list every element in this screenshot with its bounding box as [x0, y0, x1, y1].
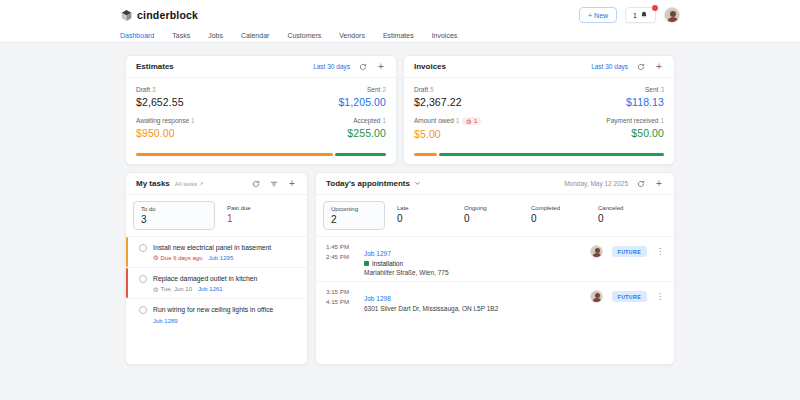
appointment-times: 1:45 PM 2:45 PM [326, 242, 356, 261]
tag-color-square [364, 261, 369, 266]
task-row[interactable]: Install new electrical panel in basement… [126, 236, 307, 267]
task-row[interactable]: Replace damaged outlet in kitchen Tue, J… [126, 267, 307, 298]
nav-item-vendors[interactable]: Vendors [339, 30, 365, 41]
brand-name: cinderblock [137, 9, 198, 21]
dashboard-screen: cinderblock + New 1 Dashboard Tasks J [0, 0, 800, 400]
main-nav: Dashboard Tasks Jobs Calendar Customers … [0, 30, 800, 43]
invoices-card: Invoices Last 30 days + Draft5 $2,367.22… [403, 55, 675, 165]
appointments-card: Today's appointments Monday, May 12 2025… [315, 172, 675, 365]
task-row[interactable]: Run wiring for new ceiling lights in off… [126, 298, 307, 329]
appt-tab-late[interactable]: Late 0 [390, 201, 452, 230]
appt-tab-completed[interactable]: Completed 0 [524, 201, 586, 230]
notifications-button[interactable]: 1 [625, 7, 656, 23]
appt-tab-upcoming[interactable]: Upcoming 2 [323, 201, 385, 230]
task-title: Run wiring for new ceiling lights in off… [153, 305, 273, 314]
task-checkbox[interactable] [139, 244, 147, 252]
bell-icon [640, 11, 648, 19]
task-checkbox[interactable] [139, 275, 147, 283]
clock-icon [153, 255, 159, 261]
invoices-title: Invoices [414, 62, 446, 71]
task-job-link[interactable]: Job 1289 [153, 318, 178, 324]
task-priority-bar [126, 237, 128, 267]
user-avatar[interactable] [664, 7, 680, 23]
kebab-menu-icon[interactable]: ⋮ [656, 248, 664, 256]
appointment-row[interactable]: 3:15 PM 4:15 PM Job 1298 6301 Silver Dar… [316, 281, 674, 317]
appointment-job-link[interactable]: Job 1297 [364, 250, 391, 257]
task-checkbox[interactable] [139, 306, 147, 314]
invoices-sent-amount: $118.13 [626, 96, 664, 108]
invoices-sent-stat: Sent3 $118.13 [626, 86, 664, 108]
task-due: Due 6 days ago [153, 255, 203, 261]
appointment-job-link[interactable]: Job 1298 [364, 295, 391, 302]
nav-item-customers[interactable]: Customers [287, 30, 321, 41]
refresh-icon[interactable] [636, 179, 646, 189]
nav-item-invoices[interactable]: Invoices [432, 30, 458, 41]
invoices-bar-owed [414, 153, 437, 156]
all-tasks-link[interactable]: All tasks ↗ [175, 180, 204, 187]
refresh-icon[interactable] [251, 179, 261, 189]
assignee-avatar [590, 290, 603, 303]
appointment-times: 3:15 PM 4:15 PM [326, 287, 356, 306]
clock-icon [466, 119, 472, 125]
appointment-row[interactable]: 1:45 PM 2:45 PM Job 1297 Installation Ma… [316, 236, 674, 281]
estimates-bar-accepted [335, 153, 386, 156]
appointment-list: 1:45 PM 2:45 PM Job 1297 Installation Ma… [316, 236, 674, 317]
clock-icon [153, 287, 159, 293]
tasks-title: My tasks [136, 179, 170, 188]
task-job-link[interactable]: Job 1261 [198, 286, 223, 292]
new-button[interactable]: + New [579, 7, 617, 23]
kebab-menu-icon[interactable]: ⋮ [656, 293, 664, 301]
appt-tab-canceled[interactable]: Canceled 0 [591, 201, 653, 230]
appointment-address: 6301 Silver Dart Dr, Mississauga, ON L5P… [364, 305, 582, 312]
estimates-sent-stat: Sent2 $1,205.00 [338, 86, 386, 108]
nav-item-tasks[interactable]: Tasks [172, 30, 190, 41]
filter-icon[interactable] [269, 179, 279, 189]
estimates-draft-amount: $2,652.55 [136, 96, 184, 108]
task-title: Install new electrical panel in basement [153, 243, 271, 252]
status-badge: FUTURE [612, 246, 647, 257]
status-badge: FUTURE [612, 291, 647, 302]
add-invoice-icon[interactable]: + [654, 62, 664, 72]
invoices-received-amount: $50.00 [606, 127, 664, 139]
appointment-tag: Installation [364, 260, 582, 267]
nav-item-jobs[interactable]: Jobs [208, 30, 223, 41]
nav-item-estimates[interactable]: Estimates [383, 30, 414, 41]
brand-logo[interactable]: cinderblock [120, 9, 198, 22]
estimates-sent-amount: $1,205.00 [338, 96, 386, 108]
estimates-card: Estimates Last 30 days + Draft3 $2,652.5… [125, 55, 397, 165]
nav-item-calendar[interactable]: Calendar [241, 30, 269, 41]
invoices-range-select[interactable]: Last 30 days [591, 63, 628, 70]
estimates-awaiting-amount: $950.00 [136, 127, 195, 139]
estimates-title: Estimates [136, 62, 174, 71]
add-estimate-icon[interactable]: + [376, 62, 386, 72]
appointments-date: Monday, May 12 2025 [564, 180, 628, 187]
my-tasks-card: My tasks All tasks ↗ + To do 3 Past due … [125, 172, 308, 365]
tasks-tab-todo[interactable]: To do 3 [133, 201, 215, 230]
tasks-tab-pastdue[interactable]: Past due 1 [220, 201, 300, 230]
estimates-awaiting-stat: Awaiting response1 $950.00 [136, 117, 195, 139]
task-list: Install new electrical panel in basement… [126, 236, 307, 330]
notification-count: 1 [633, 12, 637, 19]
appointment-address: Mariahilfer Straße, Wien, 775 [364, 269, 582, 276]
refresh-icon[interactable] [636, 62, 646, 72]
refresh-icon[interactable] [358, 62, 368, 72]
chevron-down-icon[interactable] [414, 180, 421, 187]
notification-dot [652, 5, 658, 11]
estimates-progress-bar [136, 153, 386, 156]
assignee-avatar [590, 245, 603, 258]
add-appointment-icon[interactable]: + [654, 179, 664, 189]
task-priority-bar [126, 268, 128, 298]
task-job-link[interactable]: Job 1295 [209, 255, 234, 261]
estimates-accepted-stat: Accepted1 $255.00 [347, 117, 386, 139]
task-due: Tue, Jun 10 [153, 286, 192, 292]
invoices-owed-amount: $5.00 [414, 128, 481, 140]
invoices-draft-amount: $2,367.22 [414, 96, 462, 108]
estimates-bar-awaiting [136, 153, 333, 156]
estimates-range-select[interactable]: Last 30 days [313, 63, 350, 70]
estimates-accepted-amount: $255.00 [347, 127, 386, 139]
appt-tab-ongoing[interactable]: Ongoing 0 [457, 201, 519, 230]
invoices-bar-received [439, 153, 664, 156]
nav-item-dashboard[interactable]: Dashboard [120, 30, 154, 41]
invoices-owed-stat: Amount owed11 $5.00 [414, 117, 481, 140]
add-task-icon[interactable]: + [287, 179, 297, 189]
